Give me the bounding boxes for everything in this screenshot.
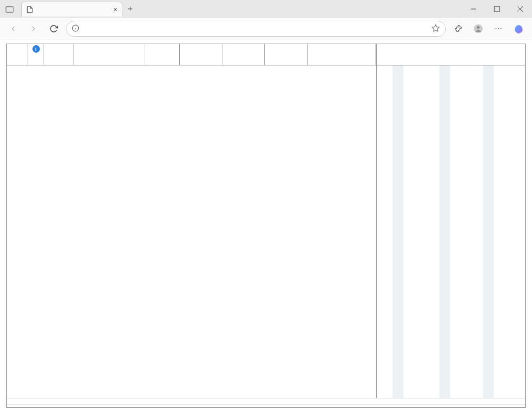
- col-header-res[interactable]: [307, 44, 376, 65]
- gantt-weekend-band: [439, 65, 450, 398]
- profile-button[interactable]: [470, 21, 486, 37]
- table-header: i: [7, 44, 376, 65]
- svg-rect-2: [494, 6, 500, 12]
- window-maximize-button[interactable]: [485, 0, 509, 18]
- svg-point-11: [495, 28, 496, 29]
- col-header-name[interactable]: [73, 44, 145, 65]
- svg-point-13: [501, 28, 502, 29]
- nav-refresh-button[interactable]: [46, 21, 62, 37]
- col-header-start[interactable]: [180, 44, 222, 65]
- info-icon: i: [32, 45, 40, 53]
- file-icon: [26, 6, 34, 13]
- gantt-weekend-band: [393, 65, 403, 398]
- address-bar[interactable]: [66, 21, 446, 37]
- col-header-pred[interactable]: [265, 44, 307, 65]
- browser-brand-icon: [4, 4, 15, 14]
- copilot-button[interactable]: [511, 21, 527, 37]
- tab-close-icon[interactable]: ×: [113, 5, 118, 14]
- browser-tab[interactable]: ×: [21, 2, 122, 16]
- window-minimize-button[interactable]: [462, 0, 485, 18]
- site-info-icon[interactable]: [72, 24, 79, 33]
- extensions-button[interactable]: [450, 21, 466, 37]
- svg-line-3: [518, 6, 523, 12]
- col-header-mode[interactable]: [44, 44, 73, 65]
- col-header-info[interactable]: i: [28, 44, 44, 65]
- col-header-id[interactable]: [7, 44, 28, 65]
- svg-point-10: [477, 26, 480, 29]
- legend: [7, 398, 525, 405]
- svg-point-12: [498, 28, 499, 29]
- gantt-weekend-band: [483, 65, 494, 398]
- col-header-finish[interactable]: [222, 44, 265, 65]
- svg-rect-0: [6, 7, 13, 13]
- svg-marker-8: [432, 24, 439, 31]
- nav-forward-button[interactable]: [26, 21, 41, 37]
- nav-back-button[interactable]: [5, 21, 21, 37]
- col-header-dur[interactable]: [145, 44, 180, 65]
- page-number: [7, 405, 525, 407]
- new-tab-button[interactable]: +: [128, 4, 132, 14]
- svg-line-4: [518, 6, 523, 12]
- menu-button[interactable]: [491, 21, 506, 37]
- favorite-icon[interactable]: [431, 24, 440, 34]
- window-close-button[interactable]: [509, 0, 532, 18]
